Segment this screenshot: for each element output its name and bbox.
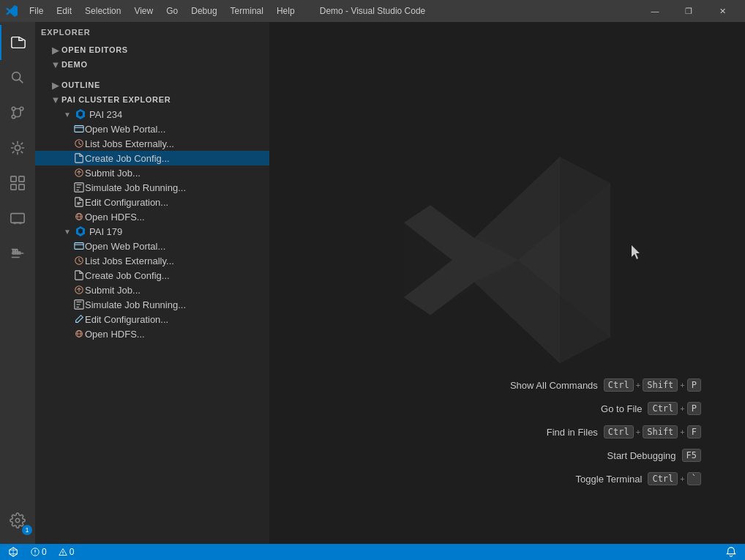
pai-cluster-explorer-section[interactable]: ▼ PAI CLUSTER EXPLORER [35, 92, 269, 107]
pai-234-open-web-portal[interactable]: Open Web Portal... [35, 122, 269, 136]
settings-icon[interactable]: 1 [0, 503, 35, 538]
shortcuts-panel: Show All Commands Ctrl + Shift + P Go to… [510, 378, 701, 485]
maximize-button[interactable]: ❐ [672, 0, 705, 22]
list-jobs-label-179: List Jobs Externally... [85, 255, 174, 266]
simulate-label-179: Simulate Job Running... [85, 299, 186, 310]
notification-bell[interactable] [723, 547, 739, 557]
backtick-key: ` [687, 472, 701, 485]
open-editors-label: OPEN EDITORS [61, 45, 128, 54]
close-button[interactable]: ✕ [705, 0, 739, 22]
title-bar-left: File Edit Selection View Go Debug Termin… [6, 4, 301, 18]
outline-label: OUTLINE [61, 81, 100, 89]
minimize-button[interactable]: — [638, 0, 672, 22]
submit-icon [73, 167, 85, 179]
svg-point-41 [62, 554, 63, 555]
pai-179-list-jobs[interactable]: List Jobs Externally... [35, 253, 269, 268]
shortcut-show-commands: Show All Commands Ctrl + Shift + P [510, 378, 701, 392]
shortcut-goto-file: Go to File Ctrl + P [510, 402, 701, 415]
activity-git[interactable] [0, 95, 35, 130]
pai-234-list-jobs[interactable]: List Jobs Externally... [35, 136, 269, 151]
edit-config-label-234: Edit Configuration... [85, 197, 168, 208]
edit-config-icon [73, 196, 85, 208]
menu-selection[interactable]: Selection [79, 4, 127, 18]
open-editors-section[interactable]: ▶ OPEN EDITORS [35, 42, 269, 57]
activity-debug[interactable] [0, 130, 35, 165]
goto-file-keys: Ctrl + P [648, 402, 701, 415]
pai-234-create-job[interactable]: Create Job Config... [35, 151, 269, 165]
pai-234-item[interactable]: ▼ PAI 234 [35, 107, 269, 122]
goto-file-label: Go to File [601, 403, 642, 414]
menu-edit[interactable]: Edit [50, 4, 78, 18]
create-job-label-234: Create Job Config... [85, 153, 170, 164]
activity-explorer[interactable] [0, 25, 35, 60]
chevron-right-icon: ▶ [50, 44, 61, 56]
svg-rect-9 [19, 184, 24, 190]
debug-label: Start Debugging [607, 450, 676, 461]
explorer-label: EXPLORER [41, 28, 91, 37]
activity-docker[interactable] [0, 236, 35, 271]
svg-rect-14 [13, 250, 15, 252]
editor-area: Show All Commands Ctrl + Shift + P Go to… [269, 22, 745, 544]
demo-section[interactable]: ▼ DEMO [35, 57, 269, 72]
file-icon-179 [73, 269, 85, 281]
simulate-icon-179 [73, 299, 85, 310]
remote-status[interactable] [6, 547, 22, 557]
web-icon-179 [73, 240, 85, 252]
status-bar-right [723, 547, 739, 557]
status-bar: 0 0 [0, 544, 745, 560]
cluster-icon-234 [75, 108, 86, 120]
f-key: F [687, 425, 701, 438]
error-count[interactable]: 0 [28, 547, 50, 557]
activity-settings[interactable]: 1 [0, 503, 35, 538]
menu-file[interactable]: File [23, 4, 49, 18]
file-icon [73, 152, 85, 164]
edit-config-label-179: Edit Configuration... [85, 314, 168, 325]
ctrl-key: Ctrl [604, 378, 634, 392]
window-controls: — ❐ ✕ [638, 0, 739, 22]
menu-help[interactable]: Help [271, 4, 301, 18]
simulate-label-234: Simulate Job Running... [85, 182, 186, 193]
menu-terminal[interactable]: Terminal [225, 4, 269, 18]
sidebar: EXPLORER ▶ OPEN EDITORS ▼ DEMO ▶ OUTLINE… [35, 22, 269, 544]
activity-remote[interactable] [0, 201, 35, 236]
pai-179-simulate[interactable]: Simulate Job Running... [35, 297, 269, 312]
p-key2: P [687, 402, 701, 415]
pai-234-edit-config[interactable]: Edit Configuration... [35, 195, 269, 209]
open-web-portal-label-234: Open Web Portal... [85, 124, 165, 135]
activity-search[interactable] [0, 60, 35, 95]
outline-section[interactable]: ▶ OUTLINE [35, 78, 269, 92]
pai-234-label: PAI 234 [89, 109, 122, 120]
pai-179-open-hdfs[interactable]: Open HDFS... [35, 326, 269, 341]
pai-179-item[interactable]: ▼ PAI 179 [35, 224, 269, 239]
menu-go[interactable]: Go [160, 4, 184, 18]
svg-rect-15 [15, 250, 18, 252]
svg-line-1 [19, 79, 23, 83]
debug-keys: F5 [682, 449, 701, 462]
open-hdfs-label-179: Open HDFS... [85, 329, 145, 340]
list-icon-179 [73, 255, 85, 266]
menu-view[interactable]: View [128, 4, 159, 18]
svg-rect-8 [11, 184, 16, 190]
open-web-portal-label-179: Open Web Portal... [85, 241, 165, 252]
warning-number: 0 [70, 547, 75, 557]
edit-config-icon-179 [73, 313, 85, 325]
open-hdfs-label-234: Open HDFS... [85, 212, 145, 223]
pai-179-edit-config[interactable]: Edit Configuration... [35, 312, 269, 326]
explorer-header[interactable]: EXPLORER [35, 22, 269, 42]
chevron-right-icon-outline: ▶ [50, 79, 61, 91]
pai-179-submit-job[interactable]: Submit Job... [35, 283, 269, 297]
shortcut-find-files: Find in Files Ctrl + Shift + F [510, 425, 701, 438]
shortcut-debug: Start Debugging F5 [510, 449, 701, 462]
vscode-icon [6, 5, 18, 17]
pai-179-create-job[interactable]: Create Job Config... [35, 268, 269, 283]
pai-234-open-hdfs[interactable]: Open HDFS... [35, 209, 269, 224]
pai-234-submit-job[interactable]: Submit Job... [35, 165, 269, 180]
find-files-label: Find in Files [547, 427, 598, 438]
warning-count[interactable]: 0 [56, 547, 78, 557]
menu-debug[interactable]: Debug [185, 4, 222, 18]
activity-extensions[interactable] [0, 165, 35, 201]
svg-rect-10 [11, 214, 24, 223]
pai-234-simulate[interactable]: Simulate Job Running... [35, 180, 269, 195]
pai-179-open-web-portal[interactable]: Open Web Portal... [35, 239, 269, 253]
hdfs-icon [73, 211, 85, 223]
